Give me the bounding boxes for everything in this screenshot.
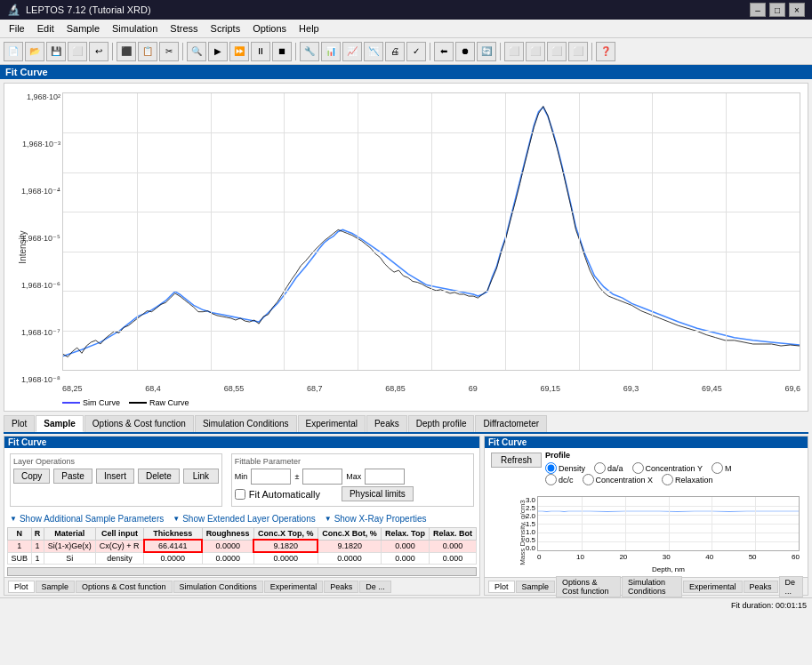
radio-conc-y[interactable]: Concentration Y [632, 462, 703, 474]
x-label-5: 69 [469, 384, 478, 393]
cell-thickness-0[interactable] [144, 540, 202, 552]
menu-scripts[interactable]: Scripts [205, 21, 246, 36]
toolbar-btn21[interactable]: ⏺ [455, 42, 475, 61]
menu-sample[interactable]: Sample [61, 21, 105, 36]
toolbar-btn23[interactable]: ⬜ [504, 42, 524, 61]
show-additional-link[interactable]: ▼ Show Additional Sample Parameters [10, 514, 164, 524]
toolbar-open[interactable]: 📂 [25, 42, 44, 61]
menu-stress[interactable]: Stress [165, 21, 203, 36]
toolbar-sep1 [112, 43, 113, 60]
right-bottom-tab-simulation[interactable]: Simulation Conditions [622, 576, 682, 597]
insert-button[interactable]: Insert [96, 469, 134, 484]
chart-plot[interactable] [62, 92, 800, 371]
toolbar-btn7[interactable]: 📋 [138, 42, 157, 61]
link-button[interactable]: Link [183, 469, 219, 484]
maximize-button[interactable]: □ [769, 3, 785, 17]
toolbar-btn24[interactable]: ⬜ [526, 42, 545, 61]
toolbar-new[interactable]: 📄 [4, 42, 23, 61]
bottom-tab-options[interactable]: Options & Cost function [76, 581, 173, 593]
right-bottom-tab-experimental[interactable]: Experimental [683, 581, 743, 593]
right-bottom-tab-de[interactable]: De ... [779, 576, 803, 597]
menu-file[interactable]: File [4, 21, 30, 36]
tab-peaks[interactable]: Peaks [366, 415, 407, 432]
fit-param-max-input[interactable] [365, 469, 405, 485]
cell-n-0: 1 [8, 540, 32, 552]
bottom-panels: Fit Curve Layer Operations Copy Paste In… [4, 436, 808, 596]
menu-help[interactable]: Help [293, 21, 325, 36]
paste-button[interactable]: Paste [53, 469, 92, 484]
toolbar-btn11[interactable]: ⏩ [229, 42, 249, 61]
radio-density[interactable]: Density [545, 462, 585, 474]
radio-m[interactable]: M [712, 462, 732, 474]
refresh-button[interactable]: Refresh [491, 453, 542, 468]
tab-diffractometer[interactable]: Diffractometer [475, 415, 547, 432]
toolbar-btn4[interactable]: ⬜ [68, 42, 87, 61]
menu-simulation[interactable]: Simulation [107, 21, 163, 36]
cell-conc-top-0[interactable] [253, 540, 318, 552]
fit-param-min-input[interactable] [251, 469, 291, 485]
fit-auto-checkbox[interactable] [235, 489, 245, 500]
bottom-tab-plot[interactable]: Plot [8, 581, 35, 593]
minimize-button[interactable]: – [750, 3, 766, 17]
cell-cell-input-1: density [95, 552, 143, 565]
toolbar-sep3 [295, 43, 296, 60]
right-bottom-tab-peaks[interactable]: Peaks [744, 581, 778, 593]
toolbar-btn13[interactable]: ⏹ [272, 42, 292, 61]
radio-conc-x[interactable]: Concentration X [583, 474, 654, 485]
menu-edit[interactable]: Edit [32, 21, 60, 36]
tab-simulation[interactable]: Simulation Conditions [195, 415, 297, 432]
fit-param-symbol: ± [294, 472, 299, 481]
table-scrollbar[interactable] [7, 567, 477, 576]
toolbar-btn9[interactable]: 🔍 [187, 42, 206, 61]
layer-ops-buttons: Copy Paste Insert Delete Link [13, 469, 219, 484]
toolbar-btn27[interactable]: ❓ [596, 42, 615, 61]
table-body: 1 1 Si(1-x)Ge(x) Cx(Cy) + R 0.0000 9.182… [8, 540, 477, 565]
y-label-2: 1,968·10⁻⁴ [21, 187, 60, 196]
delete-button[interactable]: Delete [138, 469, 180, 484]
toolbar-btn19[interactable]: ✓ [406, 42, 426, 61]
cell-relax-bot-0: 0.000 [429, 540, 476, 552]
toolbar-btn5[interactable]: ↩ [89, 42, 109, 61]
tab-experimental[interactable]: Experimental [298, 415, 366, 432]
bottom-tab-peaks[interactable]: Peaks [324, 581, 358, 593]
toolbar-btn18[interactable]: 🖨 [385, 42, 405, 61]
right-bottom-tab-sample[interactable]: Sample [516, 581, 556, 593]
close-button[interactable]: × [789, 3, 805, 17]
toolbar-btn16[interactable]: 📈 [342, 42, 362, 61]
toolbar-save[interactable]: 💾 [46, 42, 66, 61]
toolbar-btn26[interactable]: ⬜ [568, 42, 588, 61]
conc-top-input-0[interactable] [261, 541, 310, 550]
toolbar-btn22[interactable]: 🔄 [477, 42, 496, 61]
profile-label: Profile [545, 451, 805, 460]
radio-relaxation[interactable]: Relaxation [662, 474, 713, 485]
toolbar-btn14[interactable]: 🔧 [300, 42, 319, 61]
show-xray-link[interactable]: ▼ Show X-Ray Properties [325, 514, 427, 524]
bottom-tab-sample[interactable]: Sample [36, 581, 76, 593]
tab-sample[interactable]: Sample [36, 415, 84, 432]
radio-dc[interactable]: dc/c [545, 474, 574, 485]
copy-button[interactable]: Copy [13, 469, 50, 484]
toolbar-btn20[interactable]: ⬅ [434, 42, 454, 61]
right-chart-plot[interactable] [537, 496, 800, 551]
radio-da[interactable]: da/a [594, 462, 623, 474]
tab-options[interactable]: Options & Cost function [84, 415, 194, 432]
right-bottom-tab-options[interactable]: Options & Cost function [556, 576, 621, 597]
bottom-tab-depth[interactable]: De ... [359, 581, 391, 593]
bottom-tab-experimental[interactable]: Experimental [264, 581, 324, 593]
toolbar-btn8[interactable]: ✂ [159, 42, 179, 61]
show-extended-link[interactable]: ▼ Show Extended Layer Operations [173, 514, 315, 524]
toolbar-btn12[interactable]: ⏸ [251, 42, 270, 61]
toolbar-btn15[interactable]: 📊 [321, 42, 341, 61]
tab-plot[interactable]: Plot [4, 415, 35, 432]
toolbar-btn17[interactable]: 📉 [364, 42, 383, 61]
right-bottom-tab-plot[interactable]: Plot [488, 581, 515, 593]
toolbar-btn25[interactable]: ⬜ [547, 42, 567, 61]
physical-limits-btn[interactable]: Physical limits [342, 486, 414, 501]
toolbar-btn10[interactable]: ▶ [208, 42, 228, 61]
menu-options[interactable]: Options [247, 21, 292, 36]
fit-param-value-input[interactable] [302, 469, 342, 485]
thickness-input-0[interactable] [149, 541, 197, 550]
bottom-tab-simulation[interactable]: Simulation Conditions [173, 581, 263, 593]
toolbar-btn6[interactable]: ⬛ [117, 42, 136, 61]
tab-depth[interactable]: Depth profile [408, 415, 475, 432]
